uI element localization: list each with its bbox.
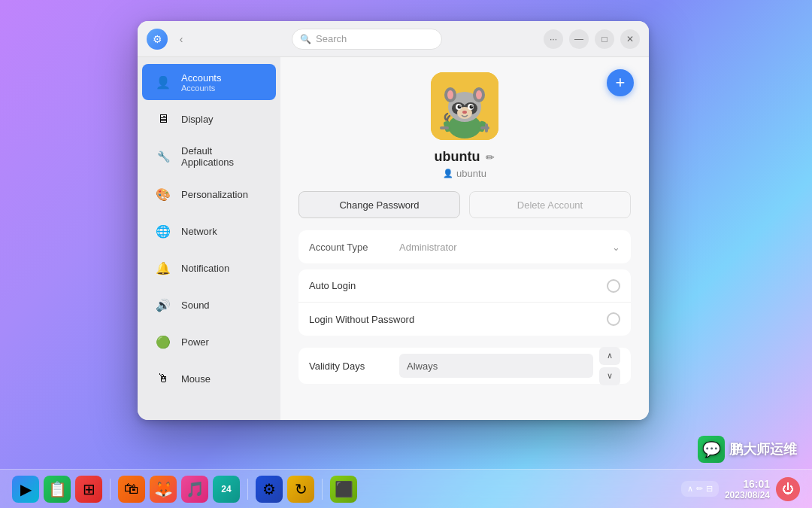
taskbar-sys-tray: ∧ ✏ ⊟ xyxy=(681,481,719,497)
taskbar-left: ▶ 📋 ⊞ 🛍 🦊 🎵 24 ⚙ ↻ ⬛ xyxy=(12,476,357,503)
sidebar-item-display[interactable]: 🖥 Display xyxy=(142,101,276,137)
account-type-select[interactable]: Administrator ⌄ xyxy=(399,242,620,253)
taskbar-divider-2 xyxy=(247,479,248,500)
notification-label: Notification xyxy=(181,263,229,274)
time-display: 16:01 xyxy=(725,478,770,490)
account-type-label: Account Type xyxy=(309,242,399,253)
settings-window: ⚙ ‹ 🔍 Search ··· — □ ✕ 👤 xyxy=(138,21,649,420)
power-text: Power xyxy=(181,336,209,348)
auto-login-radio[interactable] xyxy=(607,279,620,293)
search-bar[interactable]: 🔍 Search xyxy=(292,29,442,50)
watermark-text: 鹏大师运维 xyxy=(729,440,797,458)
personalization-label: Personalization xyxy=(181,189,248,200)
sound-label: Sound xyxy=(181,300,210,311)
taskbar-store-icon[interactable]: 🛍 xyxy=(118,476,145,503)
dropdown-icon: ⌄ xyxy=(612,242,620,253)
taskbar-files-icon[interactable]: 📋 xyxy=(44,476,71,503)
validity-days-label: Validity Days xyxy=(309,360,399,372)
settings-gear-icon: ⚙ xyxy=(147,29,168,50)
title-bar-left: ⚙ ‹ xyxy=(147,29,190,50)
sys-tray-edit: ✏ xyxy=(696,484,703,494)
accounts-sublabel: Accounts xyxy=(181,84,221,93)
taskbar-right: ∧ ✏ ⊟ 16:01 2023/08/24 ⏻ xyxy=(681,477,800,501)
date-display: 2023/08/24 xyxy=(725,490,770,500)
settings-body: 👤 Accounts Accounts 🖥 Display 🔧 xyxy=(138,57,649,420)
change-password-button[interactable]: Change Password xyxy=(298,191,460,218)
edit-username-button[interactable]: ✏ xyxy=(486,151,495,163)
display-text: Display xyxy=(181,114,214,125)
taskbar-sync-icon[interactable]: ↻ xyxy=(287,476,314,503)
accounts-icon: 👤 xyxy=(153,71,174,93)
username-text: ubuntu xyxy=(435,149,480,165)
validity-up-button[interactable]: ∧ xyxy=(599,347,620,365)
watermark: 💬 鹏大师运维 xyxy=(698,436,797,463)
svg-point-15 xyxy=(471,105,473,107)
svg-point-5 xyxy=(447,90,453,99)
taskbar-music-icon[interactable]: 🎵 xyxy=(181,476,208,503)
validity-days-value: Always xyxy=(399,354,593,378)
sidebar-item-mouse[interactable]: 🖱 Mouse xyxy=(142,360,276,397)
taskbar-divider-3 xyxy=(322,479,323,500)
action-row: Change Password Delete Account xyxy=(298,191,631,218)
sidebar-item-sound[interactable]: 🔊 Sound xyxy=(142,287,276,323)
validity-row: Validity Days Always ∧ ∨ xyxy=(298,348,631,384)
default-apps-text: Default Applications xyxy=(181,145,265,168)
title-bar-right: ··· — □ ✕ xyxy=(544,29,640,49)
taskbar-time: 16:01 2023/08/24 xyxy=(725,478,770,500)
user-handle-icon: 👤 xyxy=(443,169,453,178)
svg-rect-21 xyxy=(485,123,488,132)
notification-text: Notification xyxy=(181,263,229,274)
add-account-button[interactable]: + xyxy=(607,69,634,96)
more-button[interactable]: ··· xyxy=(544,29,563,49)
user-handle: 👤 ubuntu xyxy=(443,168,486,179)
default-apps-label: Default Applications xyxy=(181,145,265,168)
sidebar-item-accounts[interactable]: 👤 Accounts Accounts xyxy=(142,64,276,100)
avatar-section: ubuntu ✏ 👤 ubuntu xyxy=(298,72,631,179)
auto-login-label: Auto Login xyxy=(309,280,356,291)
power-button[interactable]: ⏻ xyxy=(776,477,800,501)
sys-tray-up: ∧ xyxy=(687,484,693,494)
sidebar-item-default-apps[interactable]: 🔧 Default Applications xyxy=(142,138,276,175)
auto-login-row: Auto Login xyxy=(298,269,631,303)
notification-icon: 🔔 xyxy=(153,257,174,278)
title-bar-center: 🔍 Search xyxy=(196,29,538,50)
avatar-image xyxy=(431,72,498,140)
validity-down-button[interactable]: ∨ xyxy=(599,367,620,385)
taskbar-terminal-icon[interactable]: ⬛ xyxy=(330,476,357,503)
close-button[interactable]: ✕ xyxy=(620,29,640,49)
sidebar-item-personalization[interactable]: 🎨 Personalization xyxy=(142,176,276,212)
back-button[interactable]: ‹ xyxy=(172,30,190,48)
account-type-row: Account Type Administrator ⌄ xyxy=(298,230,631,263)
sidebar-item-notification[interactable]: 🔔 Notification xyxy=(142,250,276,286)
desktop: ⚙ ‹ 🔍 Search ··· — □ ✕ 👤 xyxy=(0,0,812,508)
login-without-password-radio[interactable] xyxy=(607,312,620,326)
search-icon: 🔍 xyxy=(300,34,311,44)
sound-icon: 🔊 xyxy=(153,294,174,315)
taskbar-browser-icon[interactable]: 🦊 xyxy=(150,476,177,503)
username-row: ubuntu ✏ xyxy=(435,149,495,165)
svg-point-13 xyxy=(470,105,474,109)
taskbar-settings-icon[interactable]: ⚙ xyxy=(256,476,283,503)
sidebar-item-network[interactable]: 🌐 Network xyxy=(142,213,276,249)
toggle-rows: Auto Login Login Without Password xyxy=(298,269,631,336)
svg-point-16 xyxy=(462,111,467,114)
form-section: Account Type Administrator ⌄ Auto Login xyxy=(298,230,631,342)
delete-account-button[interactable]: Delete Account xyxy=(469,191,631,218)
personalization-text: Personalization xyxy=(181,189,248,200)
display-icon: 🖥 xyxy=(153,108,174,129)
mouse-icon: 🖱 xyxy=(153,368,174,389)
taskbar-grid-icon[interactable]: ⊞ xyxy=(75,476,102,503)
sidebar-item-power[interactable]: 🟢 Power xyxy=(142,324,276,360)
minimize-button[interactable]: — xyxy=(569,29,589,49)
login-without-password-row: Login Without Password xyxy=(298,303,631,336)
svg-rect-19 xyxy=(440,126,449,129)
taskbar-launcher-icon[interactable]: ▶ xyxy=(12,476,39,503)
sidebar: 👤 Accounts Accounts 🖥 Display 🔧 xyxy=(138,57,280,420)
accounts-label: Accounts xyxy=(181,72,221,84)
maximize-button[interactable]: □ xyxy=(595,29,614,49)
mouse-label: Mouse xyxy=(181,373,211,385)
svg-point-6 xyxy=(476,90,482,99)
svg-point-14 xyxy=(459,105,461,107)
taskbar-clock-icon[interactable]: 24 xyxy=(213,476,240,503)
display-label: Display xyxy=(181,114,214,125)
